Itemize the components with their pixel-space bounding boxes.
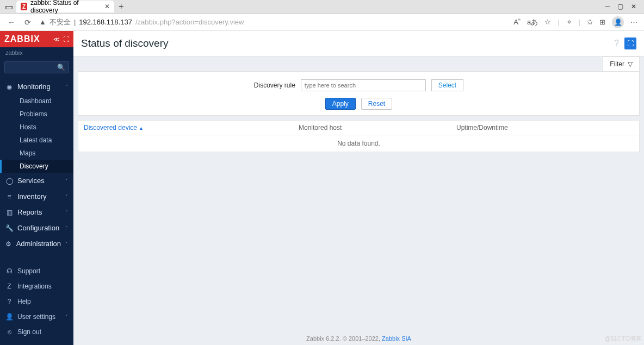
chevron-down-icon: ˅	[65, 210, 68, 215]
page-header: Status of discovery ? ⛶	[73, 31, 644, 57]
filter-icon: ▽	[628, 60, 633, 68]
col-discovered-device[interactable]: Discovered device▲	[78, 121, 293, 135]
tab-strip: ▭ Z zabbix: Status of discovery ✕ +	[3, 1, 605, 12]
chevron-down-icon: ˅	[65, 241, 68, 247]
page-help-icon[interactable]: ?	[614, 39, 619, 48]
chevron-up-icon: ˄	[65, 84, 68, 90]
favorites-bar-icon[interactable]: ✩	[587, 18, 593, 26]
url-field[interactable]: ▲ 不安全 | 192.168.118.137/zabbix.php?actio…	[39, 17, 507, 27]
support-icon: ☊	[5, 267, 13, 275]
gear-icon: ⚙	[5, 240, 12, 248]
nav-dashboard[interactable]: Dashboard	[0, 95, 73, 108]
main-content: Status of discovery ? ⛶ Filter ▽ Discove…	[73, 31, 644, 345]
search-icon: 🔍	[57, 64, 65, 71]
filter-tab[interactable]: Filter ▽	[603, 57, 640, 71]
security-warning-icon: ▲	[39, 18, 46, 26]
sidebar-search[interactable]: 🔍	[4, 61, 69, 73]
inventory-icon: ≡	[5, 193, 13, 200]
nav-help[interactable]: ? Help	[0, 294, 73, 309]
fullscreen-button[interactable]: ⛶	[624, 37, 636, 49]
url-host: 192.168.118.137	[79, 18, 132, 26]
help-icon: ?	[5, 298, 13, 305]
wrench-icon: 🔧	[5, 224, 13, 232]
reports-icon: ▥	[5, 209, 13, 216]
nav-monitoring[interactable]: ◉ Monitoring ˄	[0, 79, 73, 95]
sidebar-header: ZABBIX ≪ ⛶	[0, 31, 73, 47]
table-header: Discovered device▲ Monitored host Uptime…	[78, 121, 639, 135]
select-button[interactable]: Select	[431, 79, 463, 91]
nav-reports[interactable]: ▥ Reports ˅	[0, 204, 73, 220]
font-size-icon[interactable]: Aᴺ	[513, 18, 521, 26]
new-tab-button[interactable]: +	[119, 2, 123, 11]
nav-latest-data[interactable]: Latest data	[0, 134, 73, 147]
url-path: /zabbix.php?action=discovery.view	[135, 18, 244, 26]
extensions-icon[interactable]: ✧	[566, 18, 572, 26]
watermark: @51CTO博客	[605, 335, 642, 343]
maximize-icon[interactable]: ▢	[617, 3, 623, 10]
address-bar: ← ⟳ ▲ 不安全 | 192.168.118.137/zabbix.php?a…	[0, 14, 644, 31]
brand-logo[interactable]: ZABBIX	[4, 34, 40, 44]
user-icon: 👤	[5, 313, 13, 321]
nav-inventory[interactable]: ≡ Inventory ˅	[0, 189, 73, 204]
close-tab-icon[interactable]: ✕	[104, 3, 110, 10]
footer-link[interactable]: Zabbix SIA	[382, 335, 411, 342]
collections-icon[interactable]: ⊞	[599, 18, 605, 26]
minimize-icon[interactable]: ─	[605, 3, 610, 10]
tab-overview-icon[interactable]: ▭	[3, 1, 14, 12]
window-controls: ─ ▢ ✕	[605, 3, 641, 10]
chevron-down-icon: ˅	[65, 225, 68, 231]
nav-discovery[interactable]: Discovery	[0, 160, 73, 173]
collapse-sidebar-icon[interactable]: ≪	[53, 36, 60, 43]
page-title: Status of discovery	[81, 37, 169, 49]
filter-panel: Discovery rule Select Apply Reset	[78, 71, 640, 116]
nav-services[interactable]: ◯ Services ˅	[0, 173, 73, 189]
sort-asc-icon: ▲	[139, 126, 144, 131]
services-icon: ◯	[5, 177, 13, 185]
integrations-icon: Z	[5, 283, 13, 290]
more-icon[interactable]: ⋯	[630, 18, 637, 26]
browser-tab[interactable]: Z zabbix: Status of discovery ✕	[16, 1, 114, 12]
nav-configuration[interactable]: 🔧 Configuration ˅	[0, 220, 73, 236]
nav-integrations[interactable]: Z Integrations	[0, 279, 73, 294]
nav-sign-out[interactable]: ⎋ Sign out	[0, 324, 73, 340]
table-no-data: No data found.	[78, 135, 639, 152]
tab-title: zabbix: Status of discovery	[30, 0, 97, 14]
nav-problems[interactable]: Problems	[0, 108, 73, 121]
col-monitored-host[interactable]: Monitored host	[293, 121, 451, 135]
apply-button[interactable]: Apply	[325, 98, 356, 110]
nav-support[interactable]: ☊ Support	[0, 264, 73, 279]
chevron-down-icon: ˅	[65, 314, 68, 319]
server-name: zabbix	[0, 47, 73, 58]
favorite-icon[interactable]: ☆	[544, 18, 551, 26]
refresh-button[interactable]: ⟳	[23, 18, 33, 27]
profile-icon[interactable]: 👤	[612, 16, 624, 28]
discovery-table: Discovered device▲ Monitored host Uptime…	[78, 120, 640, 152]
col-uptime[interactable]: Uptime/Downtime	[451, 121, 639, 135]
nav-user-settings[interactable]: 👤 User settings ˅	[0, 309, 73, 324]
footer: Zabbix 6.2.2. © 2001–2022, Zabbix SIA	[73, 335, 644, 342]
chevron-down-icon: ˅	[65, 194, 68, 199]
monitoring-icon: ◉	[5, 83, 13, 91]
back-button[interactable]: ←	[7, 18, 16, 27]
nav-hosts[interactable]: Hosts	[0, 121, 73, 134]
discovery-rule-label: Discovery rule	[254, 81, 295, 89]
reset-button[interactable]: Reset	[361, 98, 392, 110]
read-aloud-icon[interactable]: aあ	[527, 17, 538, 27]
discovery-rule-input[interactable]	[301, 79, 426, 91]
power-icon: ⎋	[5, 328, 13, 336]
security-status: 不安全	[49, 17, 71, 27]
sidebar: ZABBIX ≪ ⛶ zabbix 🔍 ◉ Monitoring ˄ Dashb…	[0, 31, 73, 345]
toolbar-icons: Aᴺ aあ ☆ | ✧ | ✩ ⊞ 👤 ⋯	[513, 16, 637, 28]
chevron-down-icon: ˅	[65, 178, 68, 184]
expand-sidebar-icon[interactable]: ⛶	[63, 36, 69, 43]
zabbix-favicon: Z	[21, 3, 27, 10]
nav-maps[interactable]: Maps	[0, 147, 73, 160]
close-window-icon[interactable]: ✕	[631, 3, 636, 10]
browser-title-bar: ▭ Z zabbix: Status of discovery ✕ + ─ ▢ …	[0, 0, 644, 14]
nav-administration[interactable]: ⚙ Administration ˅	[0, 236, 73, 252]
